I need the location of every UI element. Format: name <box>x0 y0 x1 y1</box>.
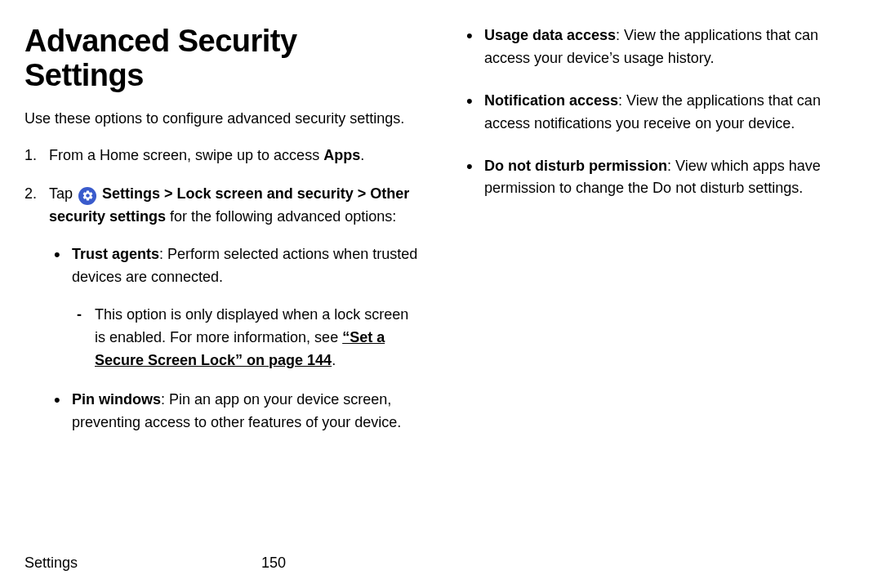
options-list-continued: Usage data access: View the applications… <box>461 24 858 200</box>
options-list: Trust agents: Perform selected actions w… <box>49 243 421 434</box>
step-2-tail: for the following advanced options: <box>166 208 396 225</box>
option-pin-windows: Pin windows: Pin an app on your device s… <box>49 389 421 434</box>
step-1: From a Home screen, swipe up to access A… <box>24 145 421 167</box>
option-notification-access: Notification access: View the applicatio… <box>461 90 858 136</box>
notification-access-title: Notification access <box>484 92 618 109</box>
page-footer: Settings 150 <box>24 555 858 572</box>
footer-page-number: 150 <box>261 555 286 572</box>
trust-note-tail: . <box>332 352 336 368</box>
step-2-text-a: Tap <box>49 185 77 202</box>
step-1-text-a: From a Home screen, swipe up to access <box>49 147 323 163</box>
pin-windows-title: Pin windows <box>72 391 161 408</box>
trust-agents-note: This option is only displayed when a loc… <box>72 304 421 372</box>
step-2-lockscreen: Lock screen and security <box>177 185 354 202</box>
usage-data-title: Usage data access <box>484 27 616 43</box>
step-2: Tap Settings > Lock screen and security … <box>24 183 421 434</box>
footer-section: Settings <box>24 555 261 572</box>
option-dnd-permission: Do not disturb permission: View which ap… <box>461 155 858 201</box>
option-usage-data: Usage data access: View the applications… <box>461 24 858 70</box>
dnd-permission-title: Do not disturb permission <box>484 158 667 174</box>
step-1-text-c: . <box>360 147 364 163</box>
step-1-apps: Apps <box>323 147 360 163</box>
steps-list: From a Home screen, swipe up to access A… <box>24 145 421 434</box>
option-trust-agents: Trust agents: Perform selected actions w… <box>49 243 421 372</box>
step-2-sep2: > <box>354 185 371 202</box>
trust-agents-title: Trust agents <box>72 246 159 262</box>
page-title: Advanced Security Settings <box>24 24 421 93</box>
step-2-sep1: > <box>160 185 177 202</box>
settings-icon <box>78 187 96 205</box>
step-2-settings: Settings <box>102 185 160 202</box>
trust-agents-notes: This option is only displayed when a loc… <box>72 304 421 372</box>
intro-text: Use these options to configure advanced … <box>24 108 421 130</box>
